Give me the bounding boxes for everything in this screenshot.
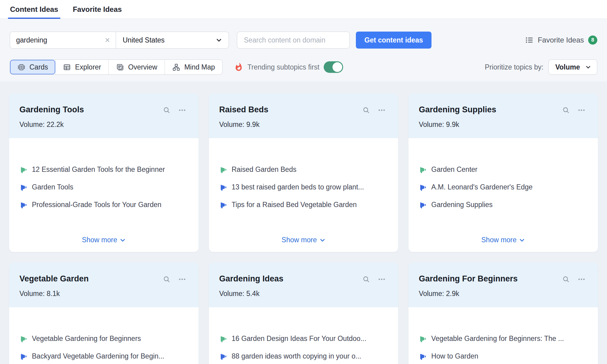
clear-keyword-icon[interactable] — [104, 37, 111, 43]
topic-card: Gardening Supplies Volume: 9.9k Garden C… — [408, 94, 598, 252]
view-tab-cards[interactable]: Cards — [10, 60, 55, 74]
favorite-ideas-link[interactable]: Favorite Ideas 8 — [525, 36, 597, 45]
subtopic-title: How to Garden — [431, 352, 478, 360]
subtopic-item[interactable]: Vegetable Gardening for Beginners: The .… — [419, 335, 588, 343]
topic-card: Vegetable Garden Volume: 8.1k Vegetable … — [9, 263, 199, 364]
prioritize-label: Prioritize topics by: — [485, 63, 544, 71]
prioritize-control: Prioritize topics by: Volume — [485, 60, 597, 75]
favorites-count-badge: 8 — [588, 36, 597, 45]
subtopic-title: 88 garden ideas worth copying in your o.… — [232, 352, 361, 360]
card-body: Raised Garden Beds 13 best raised garden… — [209, 138, 398, 252]
subtopic-item[interactable]: Gardening Supplies — [419, 201, 588, 209]
view-tab-mindmap-label: Mind Map — [184, 63, 215, 71]
subtopic-item[interactable]: 16 Garden Design Ideas For Your Outdoo..… — [219, 335, 388, 343]
show-more-link[interactable]: Show more — [281, 236, 325, 244]
card-header: Raised Beds Volume: 9.9k — [209, 94, 398, 138]
search-icon[interactable] — [362, 106, 370, 114]
tab-favorite-ideas[interactable]: Favorite Ideas — [73, 0, 122, 19]
subtopic-item[interactable]: 12 Essential Garden Tools for the Beginn… — [19, 165, 188, 174]
subtopic-title: Garden Tools — [32, 183, 73, 191]
search-icon[interactable] — [362, 275, 370, 283]
prioritize-select[interactable]: Volume — [548, 60, 597, 75]
subtopic-item[interactable]: Garden Center — [419, 165, 588, 174]
subtopic-item[interactable]: Vegetable Gardening for Beginners — [19, 335, 188, 343]
card-volume: Volume: 2.9k — [419, 290, 586, 298]
card-body: Vegetable Gardening for Beginners Backya… — [9, 307, 199, 364]
megaphone-icon — [219, 201, 227, 209]
megaphone-icon — [419, 183, 427, 191]
subtopic-item[interactable]: How to Garden — [419, 352, 588, 360]
view-tab-explorer-label: Explorer — [75, 63, 101, 71]
card-title: Gardening Supplies — [419, 105, 562, 114]
subtopic-title: 16 Garden Design Ideas For Your Outdoo..… — [232, 335, 367, 343]
subtopic-item[interactable]: Raised Garden Beds — [219, 165, 388, 174]
more-options-icon[interactable] — [377, 106, 386, 114]
show-more-label: Show more — [281, 236, 317, 244]
country-select[interactable]: United States — [116, 32, 229, 48]
chevron-down-icon — [585, 64, 592, 70]
trending-toggle[interactable] — [324, 61, 343, 73]
view-tab-overview-label: Overview — [128, 63, 157, 71]
keyword-field-wrap — [10, 32, 116, 48]
megaphone-icon — [19, 166, 27, 174]
view-tab-mindmap[interactable]: Mind Map — [165, 60, 222, 74]
country-select-value: United States — [123, 36, 165, 44]
card-volume: Volume: 5.4k — [219, 290, 386, 298]
card-title: Gardening For Beginners — [419, 274, 562, 284]
megaphone-icon — [419, 166, 427, 174]
top-tab-bar: Content Ideas Favorite Ideas — [0, 0, 607, 19]
more-options-icon[interactable] — [577, 106, 586, 114]
topic-cards-grid: Gardening Tools Volume: 22.2k 12 Essenti… — [0, 81, 607, 364]
subtopic-title: 12 Essential Garden Tools for the Beginn… — [32, 165, 165, 174]
view-tab-overview[interactable]: Overview — [108, 60, 165, 74]
megaphone-icon — [219, 335, 227, 343]
subtopic-item[interactable]: Tips for a Raised Bed Vegetable Garden — [219, 201, 388, 209]
explorer-view-icon — [63, 63, 71, 71]
subtopic-item[interactable]: 13 best raised garden beds to grow plant… — [219, 183, 388, 191]
prioritize-select-value: Volume — [555, 63, 580, 71]
megaphone-icon — [19, 183, 27, 191]
domain-search-input[interactable] — [237, 32, 350, 49]
show-more-link[interactable]: Show more — [481, 236, 525, 244]
keyword-input[interactable] — [16, 36, 104, 44]
subtopic-item[interactable]: Backyard Vegetable Gardening for Begin..… — [19, 352, 188, 360]
search-icon[interactable] — [163, 106, 171, 114]
more-options-icon[interactable] — [377, 275, 386, 283]
megaphone-icon — [219, 183, 227, 191]
subtopic-title: Vegetable Gardening for Beginners: The .… — [431, 335, 564, 343]
subtopic-item[interactable]: 88 garden ideas worth copying in your o.… — [219, 352, 388, 360]
megaphone-icon — [219, 166, 227, 174]
topic-card: Gardening Tools Volume: 22.2k 12 Essenti… — [9, 94, 199, 252]
view-tab-explorer[interactable]: Explorer — [55, 60, 108, 74]
more-options-icon[interactable] — [178, 275, 186, 283]
subtopic-item[interactable]: Garden Tools — [19, 183, 188, 191]
subtopic-item[interactable]: A.M. Leonard's Gardener's Edge — [419, 183, 588, 191]
megaphone-icon — [219, 352, 227, 360]
megaphone-icon — [419, 335, 427, 343]
card-volume: Volume: 22.2k — [19, 121, 186, 129]
search-row: United States Get content ideas — [10, 32, 597, 49]
chevron-down-icon — [120, 237, 126, 243]
more-options-icon[interactable] — [577, 275, 586, 283]
subtopic-title: Vegetable Gardening for Beginners — [32, 335, 141, 343]
toolbar: United States Get content ideas — [0, 19, 607, 81]
search-icon[interactable] — [562, 106, 570, 114]
search-icon[interactable] — [163, 275, 171, 283]
view-controls-row: Cards Explorer — [10, 60, 597, 75]
more-options-icon[interactable] — [178, 106, 186, 114]
subtopic-title: Professional-Grade Tools for Your Garden — [32, 201, 162, 209]
card-header: Gardening Supplies Volume: 9.9k — [408, 94, 598, 138]
card-title: Raised Beds — [219, 105, 363, 114]
show-more-link[interactable]: Show more — [82, 236, 126, 244]
keyword-country-combo: United States — [10, 32, 229, 49]
card-body: 12 Essential Garden Tools for the Beginn… — [9, 138, 199, 252]
card-volume: Volume: 8.1k — [19, 290, 186, 298]
topic-card: Gardening For Beginners Volume: 2.9k Veg… — [408, 263, 598, 364]
tab-content-ideas[interactable]: Content Ideas — [10, 0, 58, 19]
search-icon[interactable] — [562, 275, 570, 283]
subtopic-item[interactable]: Professional-Grade Tools for Your Garden — [19, 201, 188, 209]
flame-icon — [234, 63, 243, 72]
get-content-ideas-button[interactable]: Get content ideas — [356, 32, 431, 49]
trending-subtopics-control: Trending subtopics first — [234, 61, 343, 73]
subtopic-title: 13 best raised garden beds to grow plant… — [232, 183, 364, 191]
